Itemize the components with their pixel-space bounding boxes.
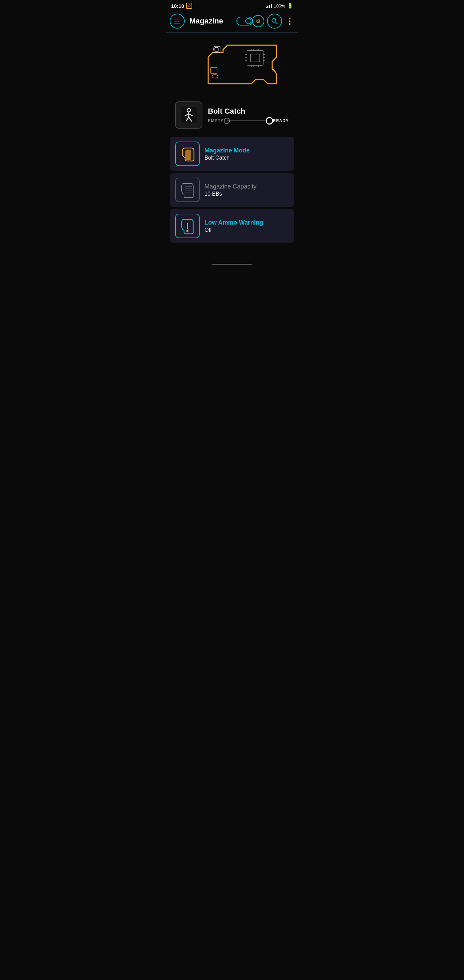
more-dot-3	[289, 23, 291, 25]
status-time: 10:10 ⬡	[171, 3, 192, 9]
slider-ready-label: READY	[273, 118, 289, 123]
magazine-mode-subtitle: Bolt Catch	[205, 155, 289, 161]
home-indicator	[211, 264, 253, 265]
signal-bars	[266, 3, 272, 8]
magazine-capacity-subtitle: 10 BBs	[205, 191, 289, 197]
settings-list: Magazine Mode Bolt Catch Magazine Capaci…	[166, 134, 298, 246]
more-dot-2	[289, 21, 291, 22]
svg-rect-35	[187, 223, 188, 229]
svg-point-36	[186, 230, 189, 232]
bolt-catch-section: Bolt Catch EMPTY READY	[170, 97, 294, 134]
magazine-diagram-svg	[184, 40, 280, 94]
header-actions: ⚙	[237, 14, 294, 29]
bolt-catch-info: Bolt Catch EMPTY READY	[208, 107, 289, 123]
magazine-capacity-text: Magazine Capacity 10 BBs	[205, 183, 289, 197]
low-ammo-warning-icon-svg	[179, 218, 196, 234]
slider-thumb-ready	[266, 117, 273, 124]
page-title: Magazine	[189, 17, 237, 25]
magazine-diagram	[166, 33, 298, 97]
svg-rect-2	[215, 48, 218, 52]
app-header: Magazine ⚙	[166, 10, 298, 32]
bolt-catch-title: Bolt Catch	[208, 107, 289, 116]
search-button[interactable]	[267, 14, 282, 29]
low-ammo-warning-card[interactable]: Low Ammo Warning Off	[170, 209, 294, 243]
hamburger-icon	[174, 19, 180, 24]
toggle-switch[interactable]	[237, 17, 253, 25]
time-display: 10:10	[171, 3, 184, 9]
magazine-capacity-icon	[175, 178, 200, 202]
toggle-knob	[245, 18, 251, 24]
more-dot-1	[289, 18, 291, 19]
magazine-capacity-title: Magazine Capacity	[205, 183, 289, 190]
slider-row: EMPTY READY	[208, 118, 289, 123]
bolt-catch-icon-svg	[179, 105, 198, 124]
menu-button[interactable]	[170, 14, 185, 29]
low-ammo-warning-title: Low Ammo Warning	[205, 219, 289, 226]
battery-icon: 🔋	[287, 3, 293, 8]
low-ammo-warning-text: Low Ammo Warning Off	[205, 219, 289, 233]
battery-display: 100%	[274, 3, 285, 8]
magazine-mode-icon	[175, 142, 200, 166]
magazine-mode-text: Magazine Mode Bolt Catch	[205, 147, 289, 161]
magazine-capacity-card[interactable]: Magazine Capacity 10 BBs	[170, 173, 294, 207]
slider-track[interactable]	[227, 121, 269, 121]
search-icon	[271, 18, 278, 24]
low-ammo-warning-icon	[175, 214, 200, 238]
svg-line-1	[275, 22, 278, 24]
bolt-catch-icon	[175, 102, 202, 129]
magazine-mode-title: Magazine Mode	[205, 147, 289, 154]
gear-button[interactable]: ⚙	[252, 15, 264, 27]
toggle-gear-group: ⚙	[237, 15, 264, 27]
gear-icon: ⚙	[256, 18, 261, 24]
low-ammo-warning-subtitle: Off	[205, 227, 289, 233]
bottom-bar	[166, 259, 298, 269]
magazine-mode-card[interactable]: Magazine Mode Bolt Catch	[170, 137, 294, 171]
app-status-icon: ⬡	[186, 3, 192, 9]
more-button[interactable]	[285, 14, 294, 29]
slider-thumb-empty	[224, 118, 230, 124]
slider-empty-label: EMPTY	[208, 118, 224, 123]
status-right: 100% 🔋	[266, 3, 293, 8]
magazine-capacity-icon-svg	[179, 181, 196, 198]
status-bar: 10:10 ⬡ 100% 🔋	[166, 0, 298, 10]
bolt-catch-row: Bolt Catch EMPTY READY	[175, 102, 289, 129]
magazine-mode-icon-svg	[179, 145, 196, 162]
